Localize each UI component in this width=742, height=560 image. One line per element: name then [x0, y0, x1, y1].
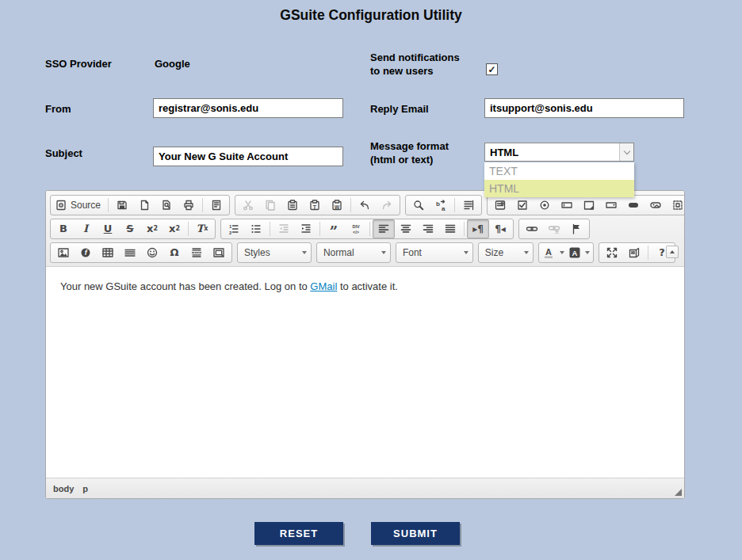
- horizontal-rule-button[interactable]: [119, 243, 141, 262]
- button-button[interactable]: [622, 196, 644, 215]
- table-button[interactable]: [97, 243, 119, 262]
- redo-icon: [380, 198, 394, 212]
- align-center-button[interactable]: [395, 219, 417, 238]
- link-icon: [525, 222, 539, 236]
- maximize-button[interactable]: [601, 243, 623, 262]
- select-field-button[interactable]: [600, 196, 622, 215]
- templates-button[interactable]: [205, 196, 228, 215]
- format-dropdown[interactable]: Normal: [316, 242, 391, 263]
- message-format-option[interactable]: TEXT: [484, 162, 634, 180]
- subject-input[interactable]: [153, 147, 343, 166]
- editor-content[interactable]: Your new GSuite account has been created…: [46, 267, 684, 478]
- styles-dropdown[interactable]: Styles: [237, 242, 312, 263]
- subscript-button[interactable]: x2: [141, 219, 163, 238]
- preview-button[interactable]: [155, 196, 178, 215]
- image-button[interactable]: [52, 243, 75, 262]
- form-button[interactable]: [489, 196, 511, 215]
- submit-button[interactable]: SUBMIT: [371, 522, 460, 545]
- element-path-item[interactable]: body: [53, 484, 74, 493]
- send-notifications-checkbox[interactable]: ✓: [486, 63, 498, 75]
- blockquote-button[interactable]: ”: [323, 219, 345, 238]
- size-dropdown[interactable]: Size: [478, 242, 534, 263]
- paste-button[interactable]: [281, 196, 304, 215]
- align-right-icon: [421, 222, 435, 236]
- textarea-button[interactable]: [578, 196, 600, 215]
- message-format-select[interactable]: HTML: [484, 143, 634, 162]
- undo-icon: [358, 198, 372, 212]
- text-field-button[interactable]: [556, 196, 578, 215]
- bold-button[interactable]: B: [52, 219, 75, 238]
- new-page-button[interactable]: [133, 196, 155, 215]
- page-title: GSuite Configuration Utility: [0, 7, 742, 24]
- svg-text:b: b: [436, 200, 440, 208]
- toolbar-row: SourceTWba: [50, 194, 680, 215]
- bidi-rtl-button[interactable]: ¶◂: [489, 219, 511, 238]
- resize-handle-icon[interactable]: [675, 489, 682, 496]
- editor-toolbar: SourceTWbaBIUSx2x2Tx12”DIV</>▸¶¶◂fΩStyle…: [46, 191, 684, 267]
- justify-button[interactable]: [439, 219, 461, 238]
- bulleted-list-button[interactable]: [245, 219, 267, 238]
- checkbox-button[interactable]: [511, 196, 534, 215]
- paste-word-button[interactable]: W: [326, 196, 348, 215]
- align-left-button[interactable]: [373, 219, 395, 238]
- svg-text:</>: </>: [353, 229, 359, 234]
- find-button[interactable]: [407, 196, 430, 215]
- bg-color-button[interactable]: A: [566, 243, 591, 262]
- message-format-selected-value: HTML: [485, 147, 619, 158]
- toolbar-collapse-button[interactable]: [666, 246, 679, 258]
- toolbar-group: TW: [235, 195, 400, 215]
- element-path-item[interactable]: p: [82, 484, 88, 493]
- numbered-list-button[interactable]: 12: [223, 219, 245, 238]
- save-button[interactable]: [111, 196, 133, 215]
- show-blocks-button[interactable]: [623, 243, 645, 262]
- svg-text:1: 1: [229, 223, 232, 228]
- svg-text:A: A: [545, 247, 552, 257]
- link-button[interactable]: [521, 219, 543, 238]
- from-input[interactable]: [153, 98, 343, 118]
- replace-button[interactable]: ba: [430, 196, 452, 215]
- toolbar-row: BIUSx2x2Tx12”DIV</>▸¶¶◂: [50, 218, 680, 239]
- bidi-rtl-icon: ¶◂: [493, 222, 507, 236]
- paste-text-button[interactable]: T: [304, 196, 326, 215]
- gsuite-configuration-window: GSuite Configuration Utility SSO Provide…: [0, 0, 742, 560]
- collapse-arrow-icon: [670, 250, 675, 253]
- anchor-button[interactable]: [565, 219, 587, 238]
- italic-button[interactable]: I: [75, 219, 97, 238]
- hidden-field-button[interactable]: [667, 196, 685, 215]
- special-char-button[interactable]: Ω: [163, 243, 186, 262]
- reset-button[interactable]: RESET: [254, 522, 343, 545]
- iframe-button[interactable]: [208, 243, 230, 262]
- page-break-button[interactable]: [186, 243, 208, 262]
- paste-text-icon: T: [308, 198, 322, 212]
- reply-email-input[interactable]: [484, 98, 684, 118]
- image-button-button[interactable]: [644, 196, 667, 215]
- flash-button[interactable]: f: [75, 243, 97, 262]
- font-dropdown[interactable]: Font: [396, 242, 473, 263]
- indent-button[interactable]: [295, 219, 317, 238]
- div-container-button[interactable]: DIV</>: [345, 219, 367, 238]
- select-all-icon: [461, 198, 476, 212]
- special-char-icon: Ω: [167, 246, 182, 260]
- text-color-button[interactable]: A: [541, 243, 566, 262]
- gmail-link[interactable]: GMail: [310, 280, 337, 292]
- toolbar-row: fΩStylesNormalFontSizeAA?: [50, 242, 680, 263]
- underline-button[interactable]: U: [97, 219, 119, 238]
- align-right-button[interactable]: [417, 219, 439, 238]
- toolbar-separator: [648, 246, 648, 260]
- select-all-button[interactable]: [457, 196, 480, 215]
- select-dropdown-button[interactable]: [619, 143, 633, 161]
- undo-button[interactable]: [354, 196, 376, 215]
- radio-button[interactable]: [534, 196, 556, 215]
- smiley-button[interactable]: [141, 243, 163, 262]
- source-button[interactable]: Source: [52, 196, 105, 215]
- message-format-option[interactable]: HTML: [484, 180, 634, 197]
- bidi-ltr-button[interactable]: ▸¶: [467, 219, 489, 238]
- bg-color-icon: A: [568, 246, 582, 260]
- remove-format-button[interactable]: Tx: [191, 219, 213, 238]
- strike-button[interactable]: S: [119, 219, 141, 238]
- anchor-icon: [569, 222, 583, 236]
- subscript-icon: x2: [145, 222, 159, 236]
- superscript-button[interactable]: x2: [163, 219, 186, 238]
- new-page-icon: [137, 198, 151, 212]
- print-button[interactable]: [178, 196, 200, 215]
